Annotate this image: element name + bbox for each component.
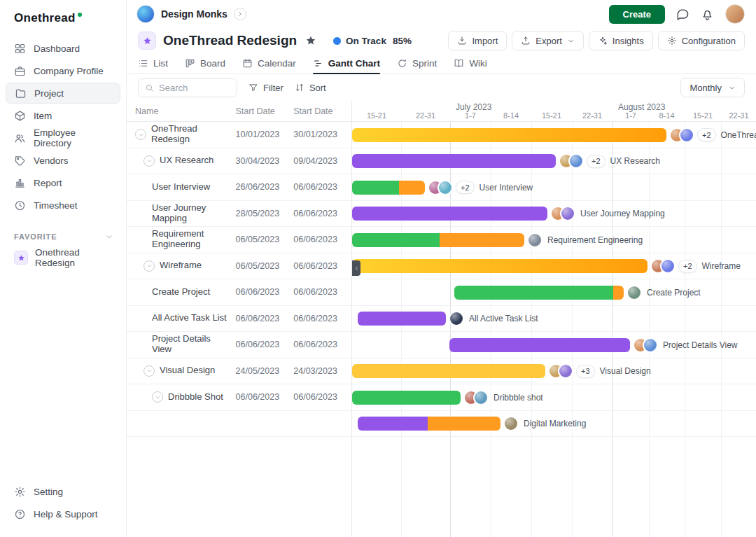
sidebar-item-project[interactable]: Project	[6, 83, 120, 104]
bar-segment-orange	[440, 233, 524, 247]
favorites-section-header[interactable]: FAVORITE	[0, 228, 126, 245]
task-row[interactable]: Wireframe06/05/202306/06/2023	[127, 253, 351, 280]
assignee-avatar[interactable]	[503, 416, 519, 431]
search-input[interactable]	[159, 83, 230, 93]
folder-icon	[15, 88, 27, 99]
filter-button[interactable]: Filter	[248, 83, 284, 93]
expand-toggle-icon[interactable]	[144, 155, 155, 167]
tab-wiki[interactable]: Wiki	[454, 53, 487, 74]
gantt-bar[interactable]	[352, 154, 556, 168]
export-button[interactable]: Export	[512, 31, 584, 50]
task-name: All Active Task List	[152, 313, 227, 323]
gantt-bar[interactable]	[352, 259, 648, 273]
collapse-panel-handle[interactable]	[352, 260, 360, 276]
assignee-avatar[interactable]	[558, 363, 573, 379]
sidebar-item-employee-directory[interactable]: Employee Directory	[6, 127, 120, 148]
start-date: 06/06/2023	[236, 392, 294, 402]
assignee-avatar[interactable]	[449, 311, 464, 326]
gantt-bar[interactable]	[454, 286, 624, 300]
assignee-avatar[interactable]	[568, 153, 584, 169]
insights-button[interactable]: Insights	[589, 31, 653, 50]
gantt-bar[interactable]	[352, 128, 666, 142]
gantt-bar[interactable]	[352, 391, 461, 405]
gantt-bar[interactable]	[449, 338, 630, 352]
task-row[interactable]: UX Research30/04/202309/04/2023	[127, 148, 351, 175]
assignee-count-badge[interactable]: +2	[678, 260, 697, 273]
bar-segment-purple	[352, 154, 556, 168]
search-box[interactable]	[138, 78, 237, 97]
task-row[interactable]: User Interview26/06/202306/06/2023	[127, 174, 351, 201]
task-name-cell: Project Details View	[127, 334, 236, 355]
messages-icon[interactable]	[676, 8, 690, 21]
assignee-avatar[interactable]	[473, 390, 489, 405]
assignee-avatar[interactable]	[660, 258, 676, 274]
sidebar-item-setting[interactable]: Setting	[6, 481, 120, 502]
gantt-bar[interactable]	[352, 364, 545, 378]
assignee-avatar[interactable]	[527, 232, 542, 248]
task-row[interactable]: Dribbble Shot06/06/202306/06/2023	[127, 384, 351, 411]
expand-toggle-icon[interactable]	[152, 391, 163, 403]
gantt-bar[interactable]	[358, 417, 500, 431]
start-date: 30/04/2023	[236, 156, 294, 166]
box-icon	[14, 110, 26, 122]
sidebar-item-company-profile[interactable]: Company Profile	[6, 60, 120, 81]
clock-icon	[14, 200, 26, 211]
create-button[interactable]: Create	[609, 5, 665, 24]
assignee-avatar[interactable]	[438, 180, 453, 195]
project-status[interactable]: On Track 85%	[333, 36, 412, 46]
sidebar-nav: DashboardCompany ProfileProjectItemEmplo…	[0, 36, 126, 217]
tab-sprint[interactable]: Sprint	[397, 53, 437, 74]
download-icon	[457, 36, 467, 46]
assignee-avatar[interactable]	[626, 285, 642, 300]
gantt-bar[interactable]	[352, 181, 425, 195]
bar-meta: Digital Marketing	[503, 416, 586, 431]
gantt-bar[interactable]	[352, 207, 547, 221]
configuration-button[interactable]: Configuration	[658, 31, 745, 50]
workspace-switcher[interactable]: Design Monks	[136, 5, 246, 23]
timescale-value: Monthly	[690, 83, 722, 93]
tab-gantt-chart[interactable]: Gantt Chart	[313, 53, 380, 74]
sidebar-item-report[interactable]: Report	[6, 172, 120, 193]
app-logo: Onethread	[0, 10, 126, 36]
task-row[interactable]: All Active Task List06/06/202306/06/2023	[127, 306, 351, 333]
task-row[interactable]	[127, 411, 351, 438]
task-row[interactable]: Requirement Engineering06/05/202306/06/2…	[127, 227, 351, 253]
assignee-count-badge[interactable]: +2	[456, 181, 475, 194]
tab-list[interactable]: List	[138, 53, 168, 74]
favorite-item-onethread-redesign[interactable]: Onethread Redesign	[6, 246, 120, 269]
task-row[interactable]: Create Project06/06/202306/06/2023	[127, 279, 351, 306]
favorite-star-icon[interactable]	[305, 35, 316, 46]
timescale-select[interactable]: Monthly	[680, 78, 745, 97]
task-row[interactable]: Project Details View06/06/202306/06/2023	[127, 332, 351, 358]
import-button[interactable]: Import	[448, 31, 507, 50]
user-avatar[interactable]	[725, 4, 745, 24]
assignee-avatar[interactable]	[560, 206, 575, 221]
task-row[interactable]: OneThread Redesign10/01/202330/01/2023	[127, 122, 351, 148]
gantt-bar[interactable]	[352, 233, 524, 247]
tab-board[interactable]: Board	[185, 53, 225, 74]
assignee-count-badge[interactable]: +2	[697, 128, 716, 141]
expand-toggle-icon[interactable]	[135, 129, 146, 140]
sidebar-item-vendors[interactable]: Vendors	[6, 150, 120, 171]
task-row[interactable]: User Journey Mapping28/05/202306/06/2023	[127, 201, 351, 228]
gantt-bar[interactable]	[358, 312, 446, 326]
timeline-month: July 2023	[456, 102, 491, 112]
start-date: 06/06/2023	[236, 314, 294, 323]
task-row[interactable]: Visual Design24/05/202324/03/2023	[127, 358, 351, 385]
expand-toggle-icon[interactable]	[144, 365, 155, 377]
task-name: User Journey Mapping	[152, 203, 232, 224]
gantt-row: All Active Task List	[352, 306, 756, 333]
assignee-avatar[interactable]	[643, 337, 658, 353]
notifications-icon[interactable]	[701, 8, 714, 21]
sort-button[interactable]: Sort	[295, 83, 326, 93]
expand-toggle-icon[interactable]	[144, 260, 155, 272]
tab-calendar[interactable]: Calendar	[242, 53, 296, 74]
assignee-count-badge[interactable]: +3	[576, 365, 595, 378]
sidebar-item-item[interactable]: Item	[6, 105, 120, 126]
assignee-avatar[interactable]	[679, 127, 694, 143]
button-label: Insights	[612, 36, 644, 46]
sidebar-item-timesheet[interactable]: Timesheet	[6, 195, 120, 216]
sidebar-item-dashboard[interactable]: Dashboard	[6, 38, 120, 59]
sidebar-item-help-support[interactable]: Help & Support	[6, 503, 120, 524]
assignee-count-badge[interactable]: +2	[587, 155, 606, 168]
